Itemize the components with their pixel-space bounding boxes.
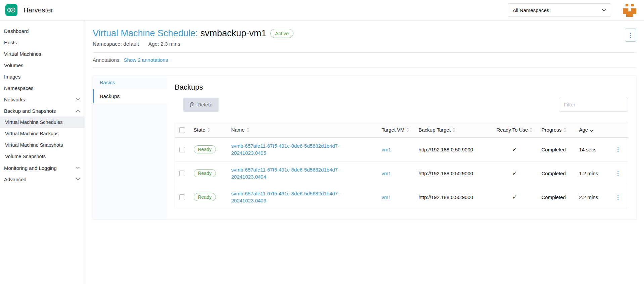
state-badge: Ready <box>194 169 216 177</box>
sidebar-item-images[interactable]: Images <box>0 71 85 82</box>
row-actions-button[interactable]: ⋮ <box>615 194 621 200</box>
progress-value: Completed <box>542 171 566 176</box>
age-value: Age: 2.3 mins <box>148 41 180 47</box>
resource-meta: Namespace: default Age: 2.3 mins <box>93 41 636 47</box>
sidebar-item-label: Virtual Machine Snapshots <box>5 142 80 148</box>
sidebar-item-virtual-machine-backups[interactable]: Virtual Machine Backups <box>0 128 85 139</box>
sort-icon <box>452 128 455 132</box>
delete-button[interactable]: Delete <box>183 98 219 112</box>
backup-name-link[interactable]: svmb-657afe11-67f5-491c-8de6-5d5682d1b4d… <box>231 166 350 180</box>
tab-basics[interactable]: Basics <box>93 76 167 89</box>
backups-panel: Backups Delete <box>167 76 636 219</box>
sidebar-item-label: Volume Snapshots <box>5 154 80 159</box>
sidebar-nav: Dashboard Hosts Virtual Machines Volumes… <box>0 20 85 284</box>
detail-card: Basics Backups Backups Delete <box>93 76 636 220</box>
harvester-logo-icon <box>5 4 17 16</box>
panel-title: Backups <box>175 83 628 92</box>
row-actions-button[interactable]: ⋮ <box>615 170 621 177</box>
age-value: 2.2 mins <box>579 194 598 200</box>
app-title: Harvester <box>24 6 53 14</box>
tab-label: Basics <box>100 80 115 86</box>
page-actions-menu-button[interactable]: ⋮ <box>625 29 636 42</box>
row-actions-button[interactable]: ⋮ <box>615 146 621 153</box>
checkmark-icon: ✓ <box>512 170 517 177</box>
table-row: Ready svmb-657afe11-67f5-491c-8de6-5d568… <box>175 185 628 209</box>
backup-name-link[interactable]: svmb-657afe11-67f5-491c-8de6-5d5682d1b4d… <box>231 190 350 204</box>
sidebar-item-label: Namespaces <box>4 85 80 91</box>
column-header-name[interactable]: Name <box>227 122 378 138</box>
row-checkbox[interactable] <box>179 171 185 176</box>
chevron-down-icon <box>76 98 80 101</box>
target-vm-link[interactable]: vm1 <box>382 147 391 152</box>
sidebar-item-label: Volumes <box>4 62 80 68</box>
sidebar-item-dashboard[interactable]: Dashboard <box>0 25 85 37</box>
state-badge: Ready <box>194 145 216 153</box>
progress-value: Completed <box>542 194 566 200</box>
sidebar-item-virtual-machine-snapshots[interactable]: Virtual Machine Snapshots <box>0 139 85 151</box>
tab-backups[interactable]: Backups <box>93 89 167 103</box>
status-badge: Active <box>270 29 293 38</box>
tab-label: Backups <box>100 93 120 99</box>
sidebar-item-label: Hosts <box>4 40 80 45</box>
annotations-label: Annotations: <box>93 57 121 63</box>
row-checkbox[interactable] <box>179 194 185 200</box>
sidebar-item-label: Monitoring and Logging <box>4 165 76 171</box>
column-header-ready-to-use[interactable]: Ready To Use <box>492 122 538 138</box>
row-checkbox[interactable] <box>179 147 185 152</box>
target-vm-link[interactable]: vm1 <box>382 171 391 176</box>
sort-icon <box>207 128 210 132</box>
select-all-checkbox[interactable] <box>179 127 185 133</box>
chevron-up-icon <box>76 109 80 112</box>
resource-type-link[interactable]: Virtual Machine Schedule: <box>93 28 198 38</box>
sidebar-item-label: Advanced <box>4 177 76 182</box>
sort-descending-icon <box>590 130 593 132</box>
tab-list: Basics Backups <box>93 76 167 219</box>
table-toolbar: Delete <box>175 98 628 112</box>
checkmark-icon: ✓ <box>512 194 517 200</box>
column-header-age[interactable]: Age <box>575 122 608 138</box>
age-value: 14 secs <box>579 147 597 152</box>
sidebar-item-volumes[interactable]: Volumes <box>0 59 85 71</box>
sort-icon <box>406 128 409 132</box>
namespace-select[interactable]: All Namespaces <box>508 3 611 17</box>
sidebar-group-networks[interactable]: Networks <box>0 94 85 105</box>
backup-target-value: http://192.188.0.50:9000 <box>419 194 473 200</box>
target-vm-link[interactable]: vm1 <box>382 194 391 200</box>
filter-input[interactable] <box>559 98 628 112</box>
user-avatar[interactable] <box>623 3 636 17</box>
backups-table: State Name Target VM Backup Target Ready… <box>175 122 628 209</box>
page-title: Virtual Machine Schedule: svmbackup-vm1 <box>93 28 266 39</box>
sidebar-group-monitoring-and-logging[interactable]: Monitoring and Logging <box>0 162 85 174</box>
sidebar-group-backup-and-snapshots[interactable]: Backup and Snapshots <box>0 105 85 116</box>
delete-button-label: Delete <box>197 102 213 108</box>
sidebar-item-namespaces[interactable]: Namespaces <box>0 82 85 94</box>
sidebar-item-virtual-machines[interactable]: Virtual Machines <box>0 48 85 59</box>
trash-icon <box>189 102 194 107</box>
sidebar-item-volume-snapshots[interactable]: Volume Snapshots <box>0 151 85 162</box>
sort-icon <box>530 128 533 132</box>
backup-target-value: http://192.188.0.50:9000 <box>419 147 473 152</box>
table-header-row: State Name Target VM Backup Target Ready… <box>175 122 628 138</box>
sidebar-item-label: Virtual Machines <box>4 51 80 57</box>
table-row: Ready svmb-657afe11-67f5-491c-8de6-5d568… <box>175 138 628 161</box>
sidebar-item-virtual-machine-schedules[interactable]: Virtual Machine Schedules <box>0 116 85 128</box>
chevron-down-icon <box>76 178 80 181</box>
sidebar-item-label: Images <box>4 74 80 80</box>
column-header-progress[interactable]: Progress <box>538 122 575 138</box>
show-annotations-link[interactable]: Show 2 annotations <box>124 57 168 63</box>
backup-name-link[interactable]: svmb-657afe11-67f5-491c-8de6-5d5682d1b4d… <box>231 142 350 156</box>
namespace-select-value: All Namespaces <box>513 7 549 13</box>
sidebar-group-advanced[interactable]: Advanced <box>0 174 85 185</box>
kebab-menu-icon: ⋮ <box>628 32 634 39</box>
main-content: Virtual Machine Schedule: svmbackup-vm1 … <box>85 20 644 284</box>
column-header-state[interactable]: State <box>190 122 227 138</box>
chevron-down-icon <box>602 9 606 11</box>
progress-value: Completed <box>542 147 566 152</box>
column-header-target-vm[interactable]: Target VM <box>378 122 415 138</box>
sidebar-item-label: Networks <box>4 97 76 102</box>
table-row: Ready svmb-657afe11-67f5-491c-8de6-5d568… <box>175 161 628 185</box>
column-header-backup-target[interactable]: Backup Target <box>415 122 492 138</box>
age-value: 1.2 mins <box>579 171 598 176</box>
checkmark-icon: ✓ <box>512 146 517 153</box>
sidebar-item-hosts[interactable]: Hosts <box>0 37 85 48</box>
